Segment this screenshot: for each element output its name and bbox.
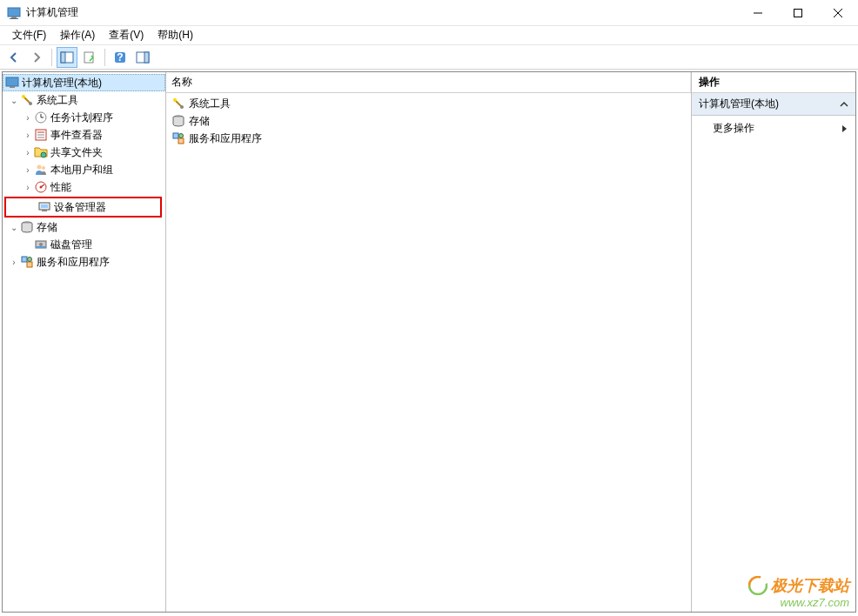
export-button[interactable] [79, 47, 100, 68]
svg-rect-9 [84, 52, 93, 63]
menu-action[interactable]: 操作(A) [53, 26, 102, 44]
maximize-button[interactable] [778, 0, 818, 26]
tree-label: 计算机管理(本地) [22, 76, 102, 90]
expand-icon[interactable]: › [22, 148, 34, 157]
column-header-name[interactable]: 名称 [166, 72, 691, 92]
tree-system-tools[interactable]: ⌄ 系统工具 [3, 91, 165, 109]
menu-bar: 文件(F) 操作(A) 查看(V) 帮助(H) [0, 26, 858, 45]
list-item-storage[interactable]: 存储 [168, 112, 689, 130]
svg-point-30 [40, 186, 43, 189]
tree-performance[interactable]: › 性能 [3, 178, 165, 196]
tree-label: 事件查看器 [50, 128, 103, 143]
back-button[interactable] [3, 47, 24, 68]
content-area: 计算机管理(本地) ⌄ 系统工具 › 任务计划程序 › 事件查看器 › 共享文件… [2, 71, 856, 613]
disk-icon [34, 238, 48, 251]
list-item-label: 存储 [189, 114, 210, 129]
tree-label: 磁盘管理 [50, 238, 92, 252]
tree-label: 任务计划程序 [50, 110, 113, 125]
svg-point-36 [39, 243, 43, 246]
services-icon [171, 131, 185, 145]
tree-label: 共享文件夹 [50, 145, 103, 160]
tree-label: 存储 [37, 220, 57, 235]
action-more-actions[interactable]: 更多操作 [692, 116, 855, 141]
tree-label: 性能 [50, 180, 71, 195]
toolbar-separator [104, 49, 105, 66]
close-button[interactable] [818, 0, 858, 26]
list-item-services-apps[interactable]: 服务和应用程序 [168, 130, 689, 147]
help-button[interactable]: ? [110, 47, 131, 68]
expand-icon[interactable]: › [22, 165, 34, 175]
svg-rect-13 [144, 52, 149, 63]
expand-icon[interactable]: › [8, 258, 20, 267]
collapse-icon[interactable]: ⌄ [8, 96, 20, 105]
svg-rect-4 [794, 9, 802, 17]
computer-management-icon [5, 76, 19, 90]
svg-rect-0 [8, 8, 20, 17]
svg-point-25 [41, 152, 46, 157]
toolbar: ? [0, 45, 858, 70]
tree-label: 设备管理器 [54, 200, 106, 215]
action-item-label: 更多操作 [713, 121, 754, 136]
svg-rect-2 [10, 18, 18, 19]
svg-rect-45 [178, 138, 184, 144]
device-manager-icon [37, 200, 51, 214]
tree-event-viewer[interactable]: › 事件查看器 [3, 126, 165, 144]
menu-view[interactable]: 查看(V) [102, 26, 151, 44]
tree-root[interactable]: 计算机管理(本地) [3, 74, 165, 91]
users-icon [34, 163, 48, 177]
expand-icon[interactable]: › [22, 183, 34, 192]
submenu-arrow-icon [841, 124, 848, 133]
svg-rect-14 [6, 77, 18, 86]
minimize-button[interactable] [738, 0, 778, 26]
collapse-icon[interactable]: ⌄ [8, 223, 20, 232]
event-log-icon [34, 128, 48, 142]
svg-point-27 [42, 166, 45, 170]
tree-local-users[interactable]: › 本地用户和组 [3, 161, 165, 178]
tools-icon [171, 97, 185, 110]
title-bar: 计算机管理 [0, 0, 858, 26]
toolbar-separator [51, 49, 52, 66]
svg-rect-1 [11, 17, 17, 18]
performance-icon [34, 180, 48, 194]
tree-disk-management[interactable]: 磁盘管理 [3, 236, 165, 253]
expand-icon[interactable]: › [22, 113, 34, 123]
tree-shared-folders[interactable]: › 共享文件夹 [3, 144, 165, 161]
action-panel-header: 操作 [692, 72, 855, 93]
menu-file[interactable]: 文件(F) [5, 26, 53, 44]
app-icon [7, 6, 21, 20]
tree-storage[interactable]: ⌄ 存储 [3, 218, 165, 236]
list-item-system-tools[interactable]: 系统工具 [168, 95, 689, 112]
expand-icon[interactable]: › [22, 131, 34, 140]
svg-point-42 [180, 105, 184, 109]
tree-services-apps[interactable]: › 服务和应用程序 [3, 253, 165, 271]
tree-device-manager[interactable]: 设备管理器 [6, 198, 160, 216]
svg-rect-15 [10, 86, 15, 88]
svg-rect-37 [36, 246, 46, 248]
menu-help[interactable]: 帮助(H) [151, 26, 200, 44]
action-section-label: 计算机管理(本地) [699, 97, 779, 111]
shared-folder-icon [34, 145, 48, 159]
svg-point-41 [173, 98, 177, 102]
svg-rect-32 [41, 204, 48, 208]
tree-task-scheduler[interactable]: › 任务计划程序 [3, 109, 165, 126]
storage-icon [20, 220, 34, 234]
tree-label: 系统工具 [37, 93, 78, 108]
list-panel: 名称 系统工具 存储 服务和应用程序 [166, 72, 692, 612]
action-section-title[interactable]: 计算机管理(本地) [692, 93, 855, 116]
list-item-label: 服务和应用程序 [189, 131, 262, 146]
svg-rect-44 [173, 133, 178, 138]
svg-point-26 [37, 165, 42, 170]
svg-point-40 [28, 258, 32, 262]
list-item-label: 系统工具 [189, 97, 231, 111]
show-action-pane-button[interactable] [132, 47, 153, 68]
svg-point-46 [179, 134, 184, 138]
show-hide-tree-button[interactable] [57, 47, 77, 68]
tree-label: 服务和应用程序 [37, 255, 110, 270]
tree-panel[interactable]: 计算机管理(本地) ⌄ 系统工具 › 任务计划程序 › 事件查看器 › 共享文件… [3, 72, 166, 612]
collapse-icon[interactable] [840, 100, 848, 109]
svg-rect-38 [22, 257, 27, 262]
tree-label: 本地用户和组 [50, 163, 113, 177]
list-body[interactable]: 系统工具 存储 服务和应用程序 [166, 93, 691, 149]
window-controls [738, 0, 858, 26]
forward-button[interactable] [26, 47, 47, 68]
